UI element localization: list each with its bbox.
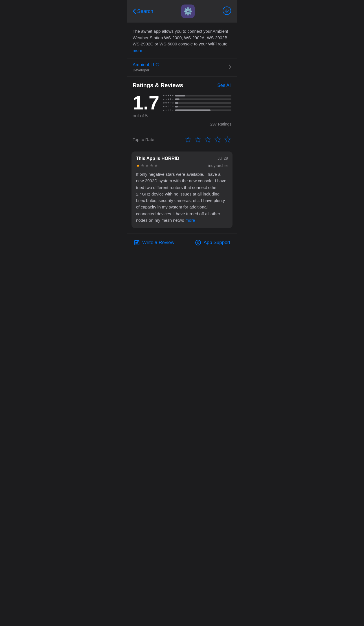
see-all-button[interactable]: See All <box>217 83 231 88</box>
big-rating-number: 1.7 <box>133 93 159 112</box>
developer-info: Ambient,LLC Developer <box>133 62 159 72</box>
review-stars: ★ ★ ★ ★ ★ <box>136 163 158 168</box>
bottom-actions: Write a Review App Support <box>127 234 237 251</box>
rate-star-5[interactable]: ☆ <box>224 135 231 144</box>
download-button[interactable] <box>222 6 231 16</box>
review-header: This App is HORRID Jul 29 <box>136 156 228 161</box>
bar-track-3 <box>175 102 231 104</box>
tap-to-rate-label: Tap to Rate: <box>133 137 155 142</box>
ratings-title: Ratings & Reviews <box>133 82 183 89</box>
review-star-empty-3: ★ <box>145 163 149 168</box>
rate-star-4[interactable]: ☆ <box>214 135 222 144</box>
review-meta: ★ ★ ★ ★ ★ indy-archer <box>136 163 228 168</box>
stars-label-4: ★ ★ ★ ★ ☆ <box>163 98 174 100</box>
bar-track-1 <box>175 109 231 111</box>
chevron-right-icon <box>229 64 231 71</box>
nav-bar: Search ⚙️ <box>127 0 237 23</box>
rating-bars: ★ ★ ★ ★ ★ ★ ★ ★ ★ ☆ <box>163 93 231 111</box>
review-date: Jul 29 <box>218 156 228 161</box>
ratings-count: 297 Ratings <box>133 122 231 126</box>
app-support-label: App Support <box>203 240 230 245</box>
rate-stars: ☆ ☆ ☆ ☆ ☆ <box>184 135 231 144</box>
developer-section[interactable]: Ambient,LLC Developer <box>127 58 237 76</box>
bar-row-2: ★ ★ ☆ ☆ ☆ <box>163 105 231 108</box>
bar-fill-3 <box>175 102 178 104</box>
svg-point-5 <box>196 240 201 245</box>
description-section: The awnet app allows you to connect your… <box>127 23 237 58</box>
bar-row-4: ★ ★ ★ ★ ☆ <box>163 98 231 100</box>
ratings-overview: 1.7 out of 5 ★ ★ ★ ★ ★ ★ <box>133 93 231 118</box>
bar-fill-2 <box>175 106 178 107</box>
ratings-header: Ratings & Reviews See All <box>133 82 231 89</box>
back-label: Search <box>137 8 153 14</box>
stars-label-1: ★ ☆ ☆ ☆ ☆ <box>163 109 174 111</box>
back-button[interactable]: Search <box>133 8 153 14</box>
description-more-link[interactable]: more <box>133 48 142 53</box>
review-more-link[interactable]: more <box>185 218 195 223</box>
write-review-label: Write a Review <box>142 240 174 245</box>
bar-track-5 <box>175 95 231 96</box>
tap-to-rate-section: Tap to Rate: ☆ ☆ ☆ ☆ ☆ <box>127 131 237 148</box>
review-card: This App is HORRID Jul 29 ★ ★ ★ ★ ★ indy… <box>131 151 233 228</box>
bar-row-5: ★ ★ ★ ★ ★ <box>163 94 231 97</box>
bar-fill-5 <box>175 95 185 96</box>
bar-fill-1 <box>175 109 210 111</box>
bar-row-3: ★ ★ ★ ☆ ☆ <box>163 102 231 104</box>
stars-label-2: ★ ★ ☆ ☆ ☆ <box>163 105 174 108</box>
big-rating-label: out of 5 <box>133 113 159 118</box>
bar-row-1: ★ ☆ ☆ ☆ ☆ <box>163 109 231 111</box>
review-section: This App is HORRID Jul 29 ★ ★ ★ ★ ★ indy… <box>127 148 237 231</box>
review-title: This App is HORRID <box>136 156 215 161</box>
write-review-button[interactable]: Write a Review <box>134 240 174 246</box>
big-rating: 1.7 out of 5 <box>133 93 159 118</box>
bar-track-2 <box>175 106 231 107</box>
bar-fill-4 <box>175 98 179 100</box>
app-support-button[interactable]: App Support <box>195 240 230 246</box>
review-star-empty-2: ★ <box>141 163 144 168</box>
review-body: If only negative stars were available. I… <box>136 171 228 223</box>
developer-label: Developer <box>133 68 159 72</box>
stars-label-5: ★ ★ ★ ★ ★ <box>163 94 174 97</box>
reviewer-name: indy-archer <box>208 163 228 168</box>
app-icon: ⚙️ <box>181 5 195 18</box>
review-star-empty-4: ★ <box>150 163 154 168</box>
review-star-filled-1: ★ <box>136 163 140 168</box>
developer-name: Ambient,LLC <box>133 62 159 67</box>
review-star-empty-5: ★ <box>154 163 158 168</box>
svg-point-6 <box>197 242 199 243</box>
rate-star-2[interactable]: ☆ <box>194 135 202 144</box>
ratings-section: Ratings & Reviews See All 1.7 out of 5 ★… <box>127 76 237 131</box>
rate-star-1[interactable]: ☆ <box>184 135 192 144</box>
bar-track-4 <box>175 98 231 100</box>
stars-label-3: ★ ★ ★ ☆ ☆ <box>163 102 174 104</box>
description-text: The awnet app allows you to connect your… <box>133 28 231 54</box>
rate-star-3[interactable]: ☆ <box>204 135 212 144</box>
